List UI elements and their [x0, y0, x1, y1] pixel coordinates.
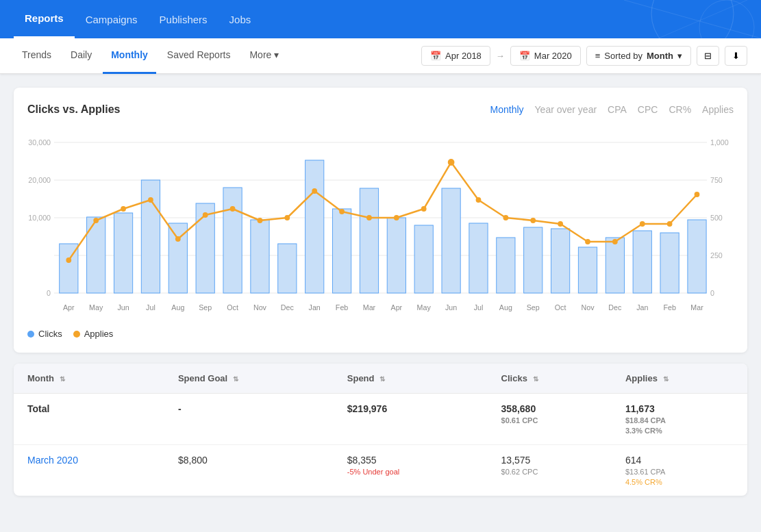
chart-tabs: Monthly Year over year CPA CPC CR% Appli…: [490, 101, 734, 118]
svg-point-59: [640, 221, 645, 227]
total-row: Total - $219,976 358,680 $0.61 CPC 11,67…: [14, 394, 747, 445]
sub-nav-left: Trends Daily Monthly Saved Reports More …: [14, 38, 421, 74]
sort-arrows-spend: ⇅: [379, 375, 385, 383]
svg-text:Jan: Jan: [636, 303, 648, 312]
svg-point-44: [230, 206, 236, 212]
row-spend-goal: $8,800: [164, 445, 334, 496]
chart-tab-monthly[interactable]: Monthly: [490, 101, 524, 118]
sort-button[interactable]: ≡ Sorted by Month ▾: [586, 46, 691, 66]
svg-point-41: [148, 197, 153, 203]
sub-nav-more[interactable]: More ▾: [241, 38, 287, 74]
svg-point-38: [66, 257, 71, 263]
nav-item-campaigns[interactable]: Campaigns: [75, 0, 149, 38]
chart-tab-cpa[interactable]: CPA: [608, 101, 627, 118]
date-to-button[interactable]: 📅 Mar 2020: [510, 46, 581, 66]
svg-text:May: May: [89, 303, 103, 312]
svg-text:0: 0: [47, 289, 51, 297]
svg-rect-21: [251, 220, 269, 293]
svg-rect-25: [360, 188, 378, 293]
sub-nav-right: 📅 Apr 2018 → 📅 Mar 2020 ≡ Sorted by Mont…: [421, 46, 747, 66]
svg-text:30,000: 30,000: [28, 138, 51, 147]
row-clicks: 13,575 $0.62 CPC: [488, 445, 612, 496]
svg-text:May: May: [417, 303, 432, 312]
svg-text:20,000: 20,000: [28, 176, 51, 184]
svg-point-50: [394, 215, 399, 220]
sub-nav-daily[interactable]: Daily: [62, 38, 100, 74]
svg-rect-16: [114, 213, 132, 293]
clicks-label: Clicks: [38, 329, 62, 339]
sort-icon: ≡: [595, 51, 601, 61]
date-from-button[interactable]: 📅 Apr 2018: [421, 46, 490, 66]
svg-rect-37: [688, 220, 706, 293]
svg-point-39: [93, 218, 99, 223]
svg-point-49: [366, 215, 372, 220]
svg-text:Aug: Aug: [499, 303, 512, 312]
sub-nav-trends[interactable]: Trends: [14, 38, 60, 74]
chart-tab-cr[interactable]: CR%: [669, 101, 691, 118]
chart-tab-yoy[interactable]: Year over year: [535, 101, 597, 118]
sub-nav-saved-reports[interactable]: Saved Reports: [159, 38, 239, 74]
nav-item-publishers[interactable]: Publishers: [149, 0, 219, 38]
chart-header: Clicks vs. Applies Monthly Year over yea…: [27, 101, 734, 118]
applies-label: Applies: [84, 329, 114, 339]
svg-point-60: [667, 221, 673, 227]
svg-rect-15: [87, 217, 105, 293]
svg-text:Mar: Mar: [363, 303, 376, 312]
svg-text:Jul: Jul: [474, 303, 484, 312]
svg-text:Mar: Mar: [690, 303, 703, 312]
svg-rect-24: [332, 209, 351, 293]
nav-item-jobs[interactable]: Jobs: [219, 0, 262, 38]
col-month[interactable]: Month ⇅: [14, 364, 164, 394]
svg-text:Sep: Sep: [199, 303, 212, 312]
chevron-down-icon: ▾: [677, 51, 682, 61]
svg-rect-32: [551, 229, 569, 293]
svg-text:750: 750: [710, 176, 723, 184]
row-month[interactable]: March 2020: [14, 445, 164, 496]
filter-button[interactable]: ⊟: [697, 46, 719, 66]
svg-rect-26: [387, 218, 406, 293]
svg-text:Oct: Oct: [227, 303, 238, 312]
download-icon: ⬇: [732, 51, 740, 61]
total-applies: 11,673 $18.84 CPA 3.3% CR%: [612, 394, 747, 445]
chart-tab-applies[interactable]: Applies: [702, 101, 734, 118]
row-applies: 614 $13.61 CPA 4.5% CR%: [612, 445, 747, 496]
col-clicks[interactable]: Clicks ⇅: [488, 364, 612, 394]
col-applies[interactable]: Applies ⇅: [612, 364, 747, 394]
svg-point-55: [530, 218, 536, 223]
total-month: Total: [14, 394, 164, 445]
chart-svg: 30,000 20,000 10,000 0 1,000 750 500 250…: [27, 129, 734, 320]
row-spend: $8,355 -5% Under goal: [334, 445, 488, 496]
svg-point-57: [585, 239, 590, 244]
svg-rect-31: [524, 227, 542, 293]
clicks-dot: [27, 331, 34, 338]
svg-text:Jun: Jun: [117, 303, 129, 312]
svg-text:10,000: 10,000: [28, 214, 51, 222]
sub-nav-monthly[interactable]: Monthly: [103, 38, 156, 74]
top-nav: Reports Campaigns Publishers Jobs: [0, 0, 761, 38]
download-button[interactable]: ⬇: [725, 46, 747, 66]
svg-text:1,000: 1,000: [710, 138, 729, 147]
svg-text:0: 0: [710, 289, 714, 297]
date-to-value: Mar 2020: [534, 51, 572, 61]
date-separator: →: [496, 51, 505, 61]
svg-text:Jan: Jan: [309, 303, 321, 312]
legend-clicks: Clicks: [27, 329, 62, 339]
svg-text:Apr: Apr: [391, 303, 403, 312]
total-clicks: 358,680 $0.61 CPC: [488, 394, 612, 445]
svg-text:Nov: Nov: [581, 303, 595, 312]
svg-text:Feb: Feb: [336, 303, 348, 312]
chart-area: 30,000 20,000 10,000 0 1,000 750 500 250…: [27, 129, 734, 320]
nav-item-reports[interactable]: Reports: [14, 0, 75, 38]
svg-text:Jun: Jun: [445, 303, 457, 312]
col-spend-goal[interactable]: Spend Goal ⇅: [164, 364, 334, 394]
filter-icon: ⊟: [704, 51, 712, 61]
svg-rect-22: [278, 244, 297, 293]
sort-arrows-spend-goal: ⇅: [233, 375, 238, 383]
chart-tab-cpc[interactable]: CPC: [638, 101, 658, 118]
svg-rect-35: [633, 231, 651, 293]
svg-point-48: [339, 209, 345, 214]
applies-dot: [73, 331, 80, 338]
chart-title: Clicks vs. Applies: [27, 103, 490, 116]
col-spend[interactable]: Spend ⇅: [334, 364, 488, 394]
svg-point-40: [121, 206, 126, 212]
